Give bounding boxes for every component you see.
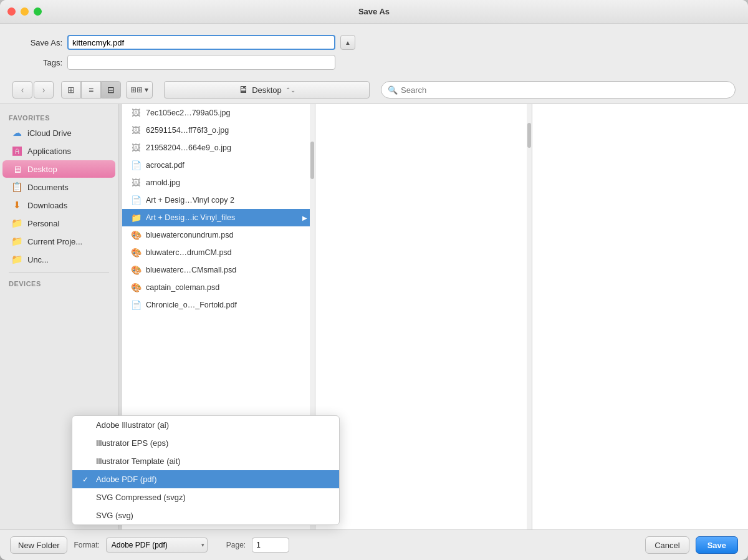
dropdown-item-ai[interactable]: Adobe Illustrator (ai) xyxy=(72,416,339,434)
format-dropdown-menu: Adobe Illustrator (ai) Illustrator EPS (… xyxy=(72,415,340,525)
page-label: Page: xyxy=(226,541,246,549)
file-name: 62591154…ff76f3_o.jpg xyxy=(146,126,229,135)
location-arrows-icon: ⌃⌄ xyxy=(285,87,295,94)
file-column-2 xyxy=(315,104,532,529)
sidebar-item-documents[interactable]: 📋 Documents xyxy=(2,178,115,196)
file-item[interactable]: 🖼 21958204…664e9_o.jpg xyxy=(122,139,315,157)
sidebar-item-undercurrent[interactable]: 📁 Unc... xyxy=(2,251,115,268)
toolbar: ‹ › ⊞ ≡ ⊟ ⊞⊞ ▾ 🖥 Desktop ⌃⌄ xyxy=(0,76,748,104)
dropdown-item-eps[interactable]: Illustrator EPS (eps) xyxy=(72,434,339,452)
page-input[interactable] xyxy=(252,538,289,553)
file-item[interactable]: 🖼 arnold.jpg xyxy=(122,174,315,191)
arrange-button[interactable]: ⊞⊞ ▾ xyxy=(126,81,153,99)
view-column-button[interactable]: ⊟ xyxy=(101,81,121,99)
back-button[interactable]: ‹ xyxy=(12,81,32,99)
saveas-input[interactable] xyxy=(67,35,335,50)
chevron-up-icon: ▲ xyxy=(345,39,351,46)
maximize-button[interactable] xyxy=(34,7,42,16)
sidebar-item-icloud[interactable]: ☁ iCloud Drive xyxy=(2,124,115,142)
file-name: arnold.jpg xyxy=(146,178,180,187)
dropdown-item-label: SVG Compressed (svgz) xyxy=(96,493,186,502)
window-title: Save As xyxy=(358,7,390,16)
scrollbar-thumb-2[interactable] xyxy=(527,123,531,148)
file-item[interactable]: 🖼 7ec105ec2…799a05.jpg xyxy=(122,104,315,122)
file-item[interactable]: 🎨 captain_coleman.psd xyxy=(122,279,315,296)
sidebar-item-label: iCloud Drive xyxy=(27,128,72,138)
dropdown-item-label: SVG (svg) xyxy=(96,511,133,520)
minimize-button[interactable] xyxy=(21,7,29,16)
sidebar-item-downloads[interactable]: ⬇ Downloads xyxy=(2,196,115,214)
nav-group: ‹ › xyxy=(12,81,54,99)
psd-icon: 🎨 xyxy=(130,229,142,241)
dropdown-item-ait[interactable]: Illustrator Template (ait) xyxy=(72,452,339,470)
file-name: bluwaterc…drumCM.psd xyxy=(146,248,232,257)
view-list-button[interactable]: ≡ xyxy=(81,81,101,99)
favorites-section-title: Favorites xyxy=(0,110,118,123)
arrange-icon: ⊞⊞ xyxy=(130,85,143,94)
sidebar-item-current-project[interactable]: 📁 Current Proje... xyxy=(2,233,115,250)
format-select[interactable]: Adobe Illustrator (ai) Illustrator EPS (… xyxy=(106,538,208,553)
saveas-toggle-button[interactable]: ▲ xyxy=(340,35,355,50)
pdf-icon: 📄 xyxy=(130,159,142,171)
dropdown-item-label: Adobe Illustrator (ai) xyxy=(96,420,169,430)
file-item[interactable]: 📄 Chronicle_o…_Fortold.pdf xyxy=(122,296,315,314)
file-name: Chronicle_o…_Fortold.pdf xyxy=(146,301,237,309)
sidebar-item-label: Desktop xyxy=(27,165,57,174)
sidebar-item-applications[interactable]: 🅰 Applications xyxy=(2,142,115,160)
personal-folder-icon: 📁 xyxy=(11,218,22,229)
file-item[interactable]: 📄 Art + Desig…Vinyl copy 2 xyxy=(122,191,315,209)
view-icon-button[interactable]: ⊞ xyxy=(61,81,81,99)
file-name: 7ec105ec2…799a05.jpg xyxy=(146,109,231,117)
sidebar-divider xyxy=(9,272,109,273)
forward-icon: › xyxy=(42,85,46,95)
dropdown-item-pdf[interactable]: ✓ Adobe PDF (pdf) xyxy=(72,470,339,488)
checkmark-icon: ✓ xyxy=(82,475,91,484)
dropdown-item-svgz[interactable]: SVG Compressed (svgz) xyxy=(72,488,339,506)
file-item[interactable]: 🎨 bluewaterconundrum.psd xyxy=(122,226,315,244)
sidebar-item-label: Unc... xyxy=(27,255,49,264)
file-name: captain_coleman.psd xyxy=(146,283,219,292)
location-button[interactable]: 🖥 Desktop ⌃⌄ xyxy=(164,81,370,99)
scrollbar-track-2 xyxy=(527,104,532,529)
bottom-bar: New Folder Format: Adobe Illustrator (ai… xyxy=(0,529,748,560)
titlebar: Save As xyxy=(0,0,748,24)
format-label: Format: xyxy=(74,541,99,549)
new-folder-button[interactable]: New Folder xyxy=(10,536,67,554)
devices-section-title: Devices xyxy=(0,276,118,289)
tags-label: Tags: xyxy=(19,58,62,67)
view-group: ⊞ ≡ ⊟ xyxy=(61,81,121,99)
file-name: bluewaterconundrum.psd xyxy=(146,231,233,239)
file-name: Art + Desig…Vinyl copy 2 xyxy=(146,196,234,205)
file-name: acrocat.pdf xyxy=(146,161,185,170)
sidebar-item-desktop[interactable]: 🖥 Desktop xyxy=(2,160,115,178)
file-item[interactable]: 📄 acrocat.pdf xyxy=(122,157,315,174)
desktop-icon: 🖥 xyxy=(11,163,22,175)
location-label: Desktop xyxy=(252,85,282,95)
forward-button[interactable]: › xyxy=(34,81,54,99)
scrollbar-thumb[interactable] xyxy=(310,142,314,179)
file-item[interactable]: 🎨 bluewaterc…CMsmall.psd xyxy=(122,261,315,279)
close-button[interactable] xyxy=(7,7,16,16)
dropdown-item-label: Illustrator Template (ait) xyxy=(96,456,181,466)
sidebar-item-label: Current Proje... xyxy=(27,237,82,246)
dropdown-item-svg[interactable]: SVG (svg) xyxy=(72,506,339,524)
format-select-wrapper: Adobe Illustrator (ai) Illustrator EPS (… xyxy=(106,538,208,553)
sidebar-item-label: Personal xyxy=(27,219,59,228)
file-item-folder-expanded[interactable]: 📁 Art + Desig…ic Vinyl_files ▶ xyxy=(122,209,315,226)
icloud-icon: ☁ xyxy=(11,127,22,138)
dropdown-item-label: Adobe PDF (pdf) xyxy=(96,475,157,484)
icon-view-icon: ⊞ xyxy=(67,85,75,95)
sidebar-item-personal[interactable]: 📁 Personal xyxy=(2,215,115,232)
file-item[interactable]: 🎨 bluwaterc…drumCM.psd xyxy=(122,244,315,261)
psd-icon: 🎨 xyxy=(130,281,142,294)
tags-input[interactable] xyxy=(67,55,335,70)
sidebar-item-label: Applications xyxy=(27,147,71,156)
folder-icon: 📁 xyxy=(130,211,142,224)
search-input[interactable] xyxy=(401,85,729,95)
expand-arrow-icon: ▶ xyxy=(302,215,307,221)
save-button[interactable]: Save xyxy=(696,536,738,554)
file-item[interactable]: 🖼 62591154…ff76f3_o.jpg xyxy=(122,122,315,139)
current-project-icon: 📁 xyxy=(11,236,22,247)
arrange-arrow-icon: ▾ xyxy=(145,85,148,94)
cancel-button[interactable]: Cancel xyxy=(645,536,689,554)
